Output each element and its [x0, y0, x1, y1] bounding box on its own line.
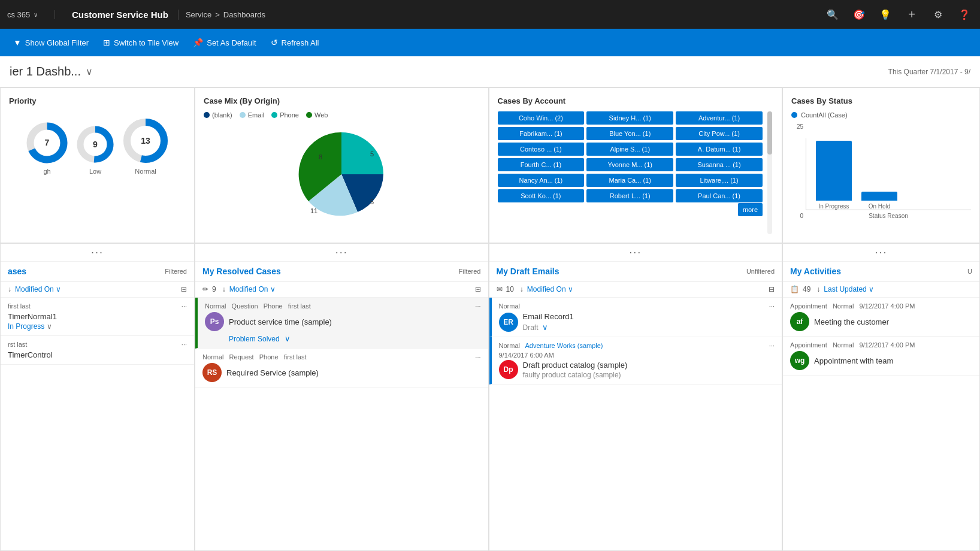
legend-web-label: Web — [314, 111, 328, 119]
account-tag-scott[interactable]: Scott Ko... (1) — [498, 189, 585, 202]
activity-2-title: Appointment with team — [814, 356, 893, 365]
account-tag-litware[interactable]: Litware,... (1) — [676, 174, 763, 187]
account-tag-fourth[interactable]: Fourth C... (1) — [498, 158, 585, 171]
my-draft-title: My Draft Emails — [497, 267, 559, 276]
my-resolved-item-2[interactable]: Normal Request Phone first last ··· RS R… — [195, 349, 488, 387]
my-cases-view-toggle-icon[interactable]: ⊟ — [181, 285, 187, 293]
account-tag-nancy[interactable]: Nancy An... (1) — [498, 174, 585, 187]
account-tag-coho[interactable]: Coho Win... (2) — [498, 111, 585, 125]
account-tag-robert[interactable]: Robert L... (1) — [586, 189, 673, 202]
my-cases-item-1-main: TimerNormal1 — [8, 312, 187, 321]
nav-logo[interactable]: cs 365 ∨ — [7, 10, 55, 19]
my-resolved-more-menu[interactable]: ··· — [335, 246, 348, 259]
my-draft-list: Normal ··· ER Email Record1 Draft ∨ — [489, 298, 782, 550]
plus-icon[interactable]: + — [903, 6, 920, 23]
my-draft-item-1-main: ER Email Record1 Draft ∨ — [499, 312, 775, 332]
my-resolved-dots: ··· — [195, 244, 488, 262]
account-tag-blueyon[interactable]: Blue Yon... (1) — [586, 127, 673, 140]
my-draft-item-1-tags: Normal ··· — [499, 302, 775, 310]
bar-chart-wrapper: 25 0 In Progress On Hold Status Reason — [791, 123, 971, 219]
account-tag-fabrikam[interactable]: Fabrikam... (1) — [498, 127, 585, 140]
help-icon[interactable]: ❓ — [956, 6, 973, 23]
my-cases-sort[interactable]: Modified On ∨ — [15, 285, 61, 293]
problem-solved-caret[interactable]: ∨ — [285, 334, 291, 343]
my-cases-item-2-title: TimerControl — [8, 350, 53, 359]
my-draft-view-toggle[interactable]: ⊟ — [769, 285, 775, 293]
my-resolved-item-1-main: Ps Product service time (sample) — [205, 312, 481, 331]
my-resolved-view-toggle[interactable]: ⊟ — [475, 285, 481, 293]
my-resolved-item-1[interactable]: Normal Question Phone first last ··· Ps … — [195, 298, 488, 349]
bar-x-title: Status Reason — [806, 213, 971, 219]
my-resolved-sort[interactable]: Modified On ∨ — [229, 285, 276, 293]
account-tag-adatum[interactable]: A. Datum... (1) — [676, 143, 763, 156]
activity-1-meta: Appointment Normal 9/12/2017 4:00 PM — [790, 302, 972, 310]
draft-1-caret[interactable]: ∨ — [542, 323, 548, 332]
avatar-ps: Ps — [205, 312, 224, 331]
problem-solved-row: Problem Solved ∨ — [205, 334, 481, 343]
logo-text: cs 365 — [7, 10, 30, 19]
my-draft-item-2-main: Dp Draft product catalog (sample) faulty… — [499, 360, 775, 379]
draft-1-more[interactable]: ··· — [769, 302, 775, 310]
dashboard-caret[interactable]: ∨ — [86, 66, 93, 77]
my-resolved-title: My Resolved Cases — [202, 267, 281, 276]
account-scrollbar[interactable] — [767, 111, 773, 234]
breadcrumb-dashboards[interactable]: Dashboards — [223, 10, 265, 19]
refresh-button[interactable]: ↺ Refresh All — [265, 34, 325, 51]
set-default-button[interactable]: 📌 Set As Default — [187, 34, 262, 51]
account-tag-yvonne[interactable]: Yvonne M... (1) — [586, 158, 673, 171]
bars-container: In Progress On Hold Status Reason — [806, 123, 971, 219]
account-more-link[interactable]: more — [738, 203, 763, 216]
my-activities-more-menu[interactable]: ··· — [875, 246, 887, 259]
y-axis-25: 25 — [797, 123, 803, 130]
account-tag-citypow[interactable]: City Pow... (1) — [676, 127, 763, 140]
search-icon[interactable]: 🔍 — [824, 6, 841, 23]
target-icon[interactable]: 🎯 — [851, 6, 867, 23]
avatar-wg: wg — [790, 351, 809, 370]
my-draft-sort[interactable]: Modified On ∨ — [527, 285, 573, 293]
item-1-more-dots[interactable]: ··· — [475, 302, 480, 310]
item-2-more-dots2[interactable]: ··· — [475, 353, 480, 361]
lightbulb-icon[interactable]: 💡 — [877, 6, 894, 23]
bar-on-hold: On Hold — [861, 192, 897, 210]
item-1-tags-text: Normal Question Phone first last — [205, 302, 311, 310]
account-tag-susanna[interactable]: Susanna ... (1) — [676, 158, 763, 171]
avatar-af: af — [790, 312, 809, 331]
my-activities-filter: U — [967, 268, 972, 275]
my-activities-item-1[interactable]: Appointment Normal 9/12/2017 4:00 PM af … — [783, 298, 979, 337]
my-activities-sort[interactable]: Last Updated ∨ — [824, 285, 874, 293]
legend-email-label: Email — [248, 111, 265, 119]
account-tag-sidney[interactable]: Sidney H... (1) — [586, 111, 673, 125]
my-cases-more-menu[interactable]: ··· — [91, 246, 104, 259]
logo-caret[interactable]: ∨ — [34, 11, 38, 18]
item-2-more-dots[interactable]: ··· — [182, 341, 187, 348]
my-cases-filter: Filtered — [165, 268, 187, 275]
draft-sort-arrow: ↓ — [520, 285, 524, 293]
breadcrumb-service[interactable]: Service — [186, 10, 211, 19]
my-draft-item-2[interactable]: Normal Adventure Works (sample) ··· 9/14… — [489, 337, 782, 385]
resolved-edit-icon: ✏ — [202, 285, 208, 293]
my-draft-more-menu[interactable]: ··· — [629, 246, 642, 259]
draft-2-more[interactable]: ··· — [769, 342, 775, 349]
my-draft-item-1[interactable]: Normal ··· ER Email Record1 Draft ∨ — [489, 298, 782, 337]
my-activities-item-2[interactable]: Appointment Normal 9/12/2017 4:00 PM wg … — [783, 337, 979, 376]
item-more-dots[interactable]: ··· — [182, 302, 187, 310]
my-cases-item-2[interactable]: rst last ··· TimerControl — [1, 336, 194, 365]
account-tag-maria[interactable]: Maria Ca... (1) — [586, 174, 673, 187]
my-cases-item-1[interactable]: first last ··· TimerNormal1 In Progress … — [1, 298, 194, 336]
donut-high-label: gh — [43, 168, 50, 175]
global-filter-button[interactable]: ▼ Show Global Filter — [7, 34, 95, 51]
account-tag-alpine[interactable]: Alpine S... (1) — [586, 143, 673, 156]
legend-phone-dot — [271, 112, 277, 118]
filter-icon: ▼ — [13, 38, 22, 47]
my-draft-dots: ··· — [489, 244, 782, 262]
item-2-tags-text: Normal Request Phone first last — [202, 353, 307, 361]
legend-web-dot — [306, 112, 312, 118]
resolved-sort-arrow: ↓ — [222, 285, 226, 293]
account-tag-adventur[interactable]: Adventur... (1) — [676, 111, 763, 125]
tile-view-button[interactable]: ⊞ Switch to Tile View — [97, 34, 184, 51]
draft-count: 10 — [506, 285, 514, 293]
account-tag-contoso[interactable]: Contoso ... (1) — [498, 143, 585, 156]
account-tag-paul[interactable]: Paul Can... (1) — [676, 189, 763, 202]
status-legend: CountAll (Case) — [791, 111, 971, 119]
gear-icon[interactable]: ⚙ — [930, 6, 946, 23]
